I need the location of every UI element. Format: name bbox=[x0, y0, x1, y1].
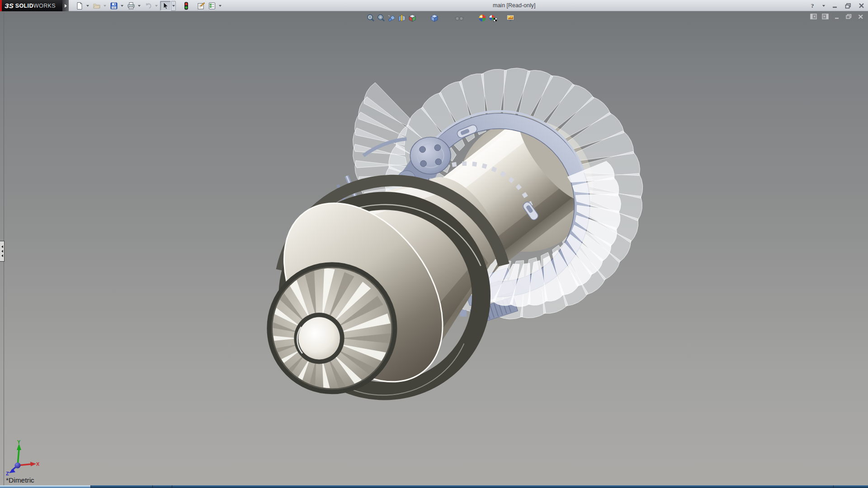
document-controls bbox=[810, 13, 864, 20]
show-right-pane-button[interactable] bbox=[821, 13, 829, 20]
section-view-button[interactable] bbox=[396, 13, 407, 23]
save-icon bbox=[110, 2, 118, 10]
design-checklist-dropdown[interactable] bbox=[217, 1, 222, 11]
reference-triad: Y X Z bbox=[5, 439, 41, 475]
display-style-icon bbox=[430, 14, 439, 23]
select-cursor-icon bbox=[161, 2, 170, 10]
zoom-to-area-button[interactable] bbox=[376, 13, 386, 23]
dassault-logo-icon: ЗS bbox=[5, 2, 14, 9]
print-dropdown[interactable] bbox=[137, 1, 142, 11]
comment-note-button[interactable] bbox=[195, 1, 207, 11]
taskbar-divider bbox=[172, 485, 172, 488]
minimize-document-button[interactable] bbox=[833, 13, 841, 20]
comment-note-icon bbox=[197, 2, 205, 10]
view-orientation-icon bbox=[408, 14, 417, 23]
title-bar: ЗS SOLIDWORKS bbox=[0, 0, 868, 11]
undo-button[interactable] bbox=[143, 1, 154, 11]
save-button[interactable] bbox=[108, 1, 119, 11]
help-icon: ? bbox=[811, 2, 814, 9]
open-document-button[interactable] bbox=[91, 1, 102, 11]
traffic-light-icon bbox=[182, 2, 190, 10]
jet-engine-model bbox=[0, 11, 868, 485]
design-checklist-icon bbox=[208, 2, 216, 10]
zoom-to-area-icon bbox=[377, 14, 386, 23]
view-orientation-button[interactable] bbox=[407, 13, 417, 23]
select-tool-button[interactable] bbox=[160, 1, 171, 11]
collapse-arrow-icon bbox=[1, 245, 3, 248]
close-icon bbox=[859, 3, 864, 8]
new-document-button[interactable] bbox=[74, 1, 85, 11]
zoom-to-fit-icon bbox=[366, 14, 375, 23]
show-left-pane-button[interactable] bbox=[810, 13, 817, 20]
minimize-window-button[interactable] bbox=[831, 2, 839, 10]
right-pane-icon bbox=[822, 14, 829, 19]
taskbar-edge[interactable] bbox=[0, 485, 868, 488]
open-document-icon bbox=[93, 2, 101, 10]
close-window-button[interactable] bbox=[857, 2, 865, 10]
collapse-arrow-icon bbox=[1, 250, 3, 253]
open-document-dropdown[interactable] bbox=[102, 1, 107, 11]
apply-scene-button[interactable] bbox=[487, 13, 498, 23]
section-view-icon bbox=[397, 14, 406, 23]
restore-document-button[interactable] bbox=[845, 13, 853, 20]
taskbar-segment bbox=[0, 485, 90, 488]
restore-doc-icon bbox=[846, 14, 852, 19]
window-title: main [Read-only] bbox=[493, 2, 536, 9]
save-dropdown[interactable] bbox=[119, 1, 124, 11]
select-tool-dropdown[interactable] bbox=[171, 1, 176, 11]
help-button[interactable]: ? bbox=[808, 2, 816, 10]
help-dropdown[interactable] bbox=[821, 2, 826, 10]
traffic-light-button[interactable] bbox=[181, 1, 192, 11]
previous-view-button[interactable] bbox=[386, 13, 396, 23]
print-icon bbox=[127, 2, 135, 10]
minimize-icon bbox=[832, 3, 838, 8]
edit-appearance-button[interactable] bbox=[477, 13, 487, 23]
close-document-button[interactable] bbox=[857, 13, 864, 20]
graphics-viewport[interactable]: Y X Z *Dimetric bbox=[0, 11, 868, 485]
restore-window-button[interactable] bbox=[844, 2, 852, 10]
left-pane-icon bbox=[810, 14, 817, 19]
apply-scene-icon bbox=[488, 14, 497, 23]
view-settings-button[interactable] bbox=[505, 13, 515, 23]
taskbar-divider bbox=[90, 485, 91, 488]
main-toolbar bbox=[74, 0, 224, 11]
new-document-icon bbox=[75, 2, 84, 10]
solidworks-logo: ЗS SOLIDWORKS bbox=[0, 0, 62, 11]
window-controls: ? bbox=[808, 0, 865, 11]
triad-x-label: X bbox=[36, 461, 40, 467]
display-style-button[interactable] bbox=[429, 13, 439, 23]
menu-expand-button[interactable] bbox=[62, 0, 69, 11]
restore-icon bbox=[845, 3, 851, 9]
zoom-to-fit-button[interactable] bbox=[365, 13, 376, 23]
undo-icon bbox=[144, 2, 152, 10]
tail-hub bbox=[294, 313, 344, 364]
brand-works-text: WORKS bbox=[33, 3, 56, 9]
close-doc-icon bbox=[858, 14, 863, 19]
view-orientation-label: *Dimetric bbox=[6, 476, 34, 484]
print-button[interactable] bbox=[126, 1, 137, 11]
triad-y-label: Y bbox=[17, 439, 21, 445]
collapse-arrow-icon bbox=[1, 254, 3, 257]
edit-appearance-icon bbox=[478, 14, 487, 23]
undo-dropdown[interactable] bbox=[154, 1, 159, 11]
solidworks-window: ЗS SOLIDWORKS bbox=[0, 0, 868, 488]
hide-show-items-button[interactable] bbox=[454, 13, 464, 23]
design-checklist-button[interactable] bbox=[207, 1, 217, 11]
triad-z-label: Z bbox=[6, 471, 9, 475]
headsup-view-toolbar bbox=[365, 13, 515, 23]
expand-arrow-icon bbox=[65, 4, 67, 8]
view-settings-icon bbox=[506, 14, 515, 23]
new-document-dropdown[interactable] bbox=[85, 1, 90, 11]
minimize-doc-icon bbox=[835, 14, 840, 19]
collapsed-feature-pane-tab[interactable] bbox=[0, 241, 5, 262]
hide-show-items-icon bbox=[454, 14, 464, 23]
brand-solid-text: SOLID bbox=[15, 3, 33, 9]
taskbar-divider bbox=[152, 485, 153, 488]
taskbar-divider bbox=[833, 485, 834, 488]
previous-view-icon bbox=[387, 14, 396, 23]
